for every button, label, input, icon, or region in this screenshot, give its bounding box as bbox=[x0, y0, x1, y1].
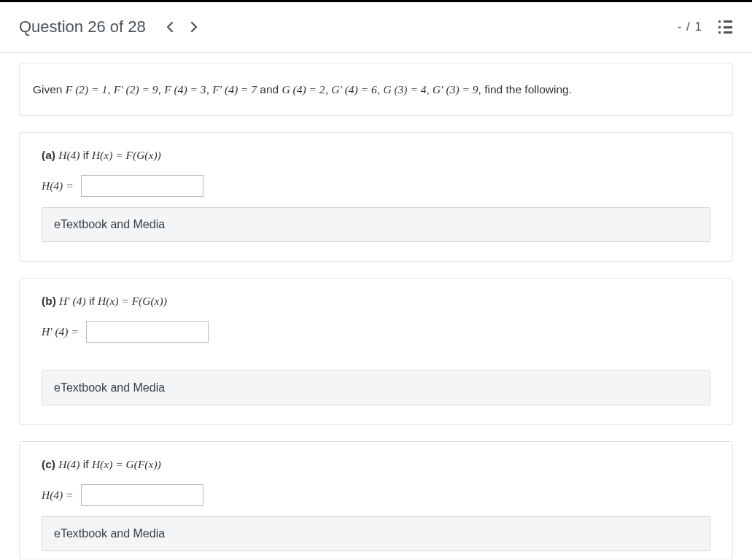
question-title: Question 26 of 28 bbox=[19, 18, 146, 36]
etextbook-button-c[interactable]: eTextbook and Media bbox=[42, 516, 710, 551]
part-b-label: (b) bbox=[42, 295, 56, 307]
part-b-answer-row: H′ (4) = bbox=[42, 321, 710, 343]
etextbook-button-b[interactable]: eTextbook and Media bbox=[42, 370, 710, 405]
given-Gp4: G′ (4) = 6 bbox=[331, 83, 377, 96]
header-right: - / 1 bbox=[678, 20, 733, 34]
given-suffix: , find the following. bbox=[478, 83, 572, 96]
next-question-button[interactable] bbox=[182, 15, 206, 39]
given-card: Given F (2) = 1, F′ (2) = 9, F (4) = 3, … bbox=[19, 63, 733, 116]
given-prefix: Given bbox=[33, 83, 66, 96]
part-c-lhs: H(4) bbox=[58, 458, 80, 470]
given-mid: and bbox=[257, 83, 282, 96]
part-b-card: (b) H′ (4) if H(x) = F(G(x)) H′ (4) = eT… bbox=[19, 278, 733, 425]
part-c-answer-label: H(4) = bbox=[42, 489, 74, 502]
part-a-card: (a) H(4) if H(x) = F(G(x)) H(4) = eTextb… bbox=[19, 132, 733, 262]
part-b-lhs: H′ (4) bbox=[59, 295, 86, 307]
part-c-prompt: (c) H(4) if H(x) = G(F(x)) bbox=[42, 458, 710, 471]
given-Fp4: F′ (4) = 7 bbox=[212, 83, 257, 96]
question-header-bar: Question 26 of 28 - / 1 bbox=[0, 0, 752, 52]
part-b-answer-input[interactable] bbox=[86, 321, 209, 343]
given-F2: F (2) = 1 bbox=[66, 83, 107, 96]
part-a-answer-row: H(4) = bbox=[42, 175, 710, 197]
part-b-rhs: H(x) = F(G(x)) bbox=[98, 295, 167, 307]
part-a-answer-label: H(4) = bbox=[42, 179, 74, 192]
given-G3: G (3) = 4 bbox=[383, 83, 426, 96]
given-G4: G (4) = 2 bbox=[282, 83, 325, 96]
part-a-answer-input[interactable] bbox=[81, 175, 203, 197]
given-text: Given F (2) = 1, F′ (2) = 9, F (4) = 3, … bbox=[20, 63, 732, 115]
part-c-mid: if bbox=[80, 458, 92, 470]
part-c-card: (c) H(4) if H(x) = G(F(x)) H(4) = eTextb… bbox=[19, 441, 733, 559]
header-left: Question 26 of 28 bbox=[19, 15, 206, 39]
chevron-left-icon bbox=[167, 22, 174, 32]
prev-question-button[interactable] bbox=[159, 15, 182, 39]
etextbook-button-a[interactable]: eTextbook and Media bbox=[42, 207, 710, 242]
given-F4: F (4) = 3 bbox=[164, 83, 206, 96]
question-list-button[interactable] bbox=[718, 20, 733, 34]
part-b-answer-label: H′ (4) = bbox=[42, 325, 79, 338]
part-b-prompt: (b) H′ (4) if H(x) = F(G(x)) bbox=[42, 295, 710, 308]
part-a-rhs: H(x) = F(G(x)) bbox=[92, 149, 161, 161]
list-icon bbox=[718, 20, 733, 23]
part-a-lhs: H(4) bbox=[58, 149, 80, 161]
score-display: - / 1 bbox=[678, 20, 702, 34]
page-content: Given F (2) = 1, F′ (2) = 9, F (4) = 3, … bbox=[0, 52, 752, 560]
part-a-prompt: (a) H(4) if H(x) = F(G(x)) bbox=[42, 149, 710, 162]
chevron-right-icon bbox=[190, 22, 197, 32]
given-Fp2: F′ (2) = 9 bbox=[114, 83, 158, 96]
given-Gp3: G′ (3) = 9 bbox=[433, 83, 478, 96]
part-a-mid: if bbox=[80, 149, 92, 161]
part-a-label: (a) bbox=[42, 149, 55, 161]
part-c-answer-input[interactable] bbox=[81, 484, 203, 506]
part-c-label: (c) bbox=[42, 458, 55, 470]
part-c-rhs: H(x) = G(F(x)) bbox=[92, 458, 161, 470]
part-b-mid: if bbox=[86, 295, 98, 307]
part-c-answer-row: H(4) = bbox=[42, 484, 710, 506]
